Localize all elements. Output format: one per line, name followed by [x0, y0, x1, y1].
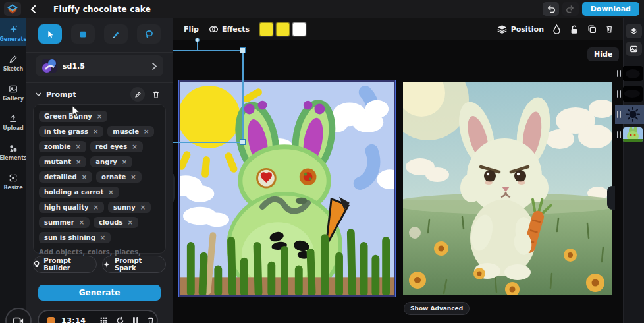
prompt-tag[interactable]: muscle× — [107, 126, 154, 137]
selection-handle-top-right[interactable] — [240, 47, 246, 53]
prompt-tag[interactable]: angry× — [90, 156, 132, 167]
workspace[interactable]: Hide Show Advanced — [173, 40, 623, 323]
prompt-builder-button[interactable]: Prompt Builder — [33, 256, 97, 273]
remove-tag-icon[interactable]: × — [82, 173, 87, 181]
sidebar-item-sketch[interactable]: Sketch — [0, 50, 26, 76]
sidebar-item-generate[interactable]: Generate — [0, 18, 26, 46]
prompt-tag[interactable]: mutant× — [39, 156, 86, 167]
selection-edge-bottom[interactable] — [173, 142, 242, 143]
grid-dots-icon[interactable] — [99, 316, 108, 323]
prompt-tag[interactable]: summer× — [39, 217, 90, 228]
drag-handle-icon[interactable] — [617, 90, 621, 98]
prompt-tag[interactable]: ornate× — [96, 171, 142, 183]
restart-icon[interactable] — [116, 316, 124, 323]
prompt-spark-label: Prompt Spark — [115, 257, 165, 272]
trash-icon[interactable] — [147, 316, 155, 323]
rectangle-tool-button[interactable] — [71, 24, 95, 44]
layer-row-sketch-1[interactable] — [615, 64, 644, 83]
delete-icon[interactable] — [605, 24, 614, 34]
unlock-icon[interactable] — [570, 24, 579, 34]
back-button[interactable] — [30, 5, 36, 13]
stop-recording-icon[interactable] — [47, 317, 55, 323]
remove-tag-icon[interactable]: × — [100, 234, 105, 241]
selection-edge-right[interactable] — [242, 50, 244, 142]
undo-button[interactable] — [543, 2, 559, 16]
prompt-spark-button[interactable]: Prompt Spark — [102, 256, 166, 273]
edit-prompt-button[interactable] — [130, 87, 145, 102]
prompt-tag[interactable]: detailled× — [39, 171, 92, 183]
remove-tag-icon[interactable]: × — [93, 128, 98, 135]
prompt-tag[interactable]: clouds× — [94, 217, 138, 228]
collapse-panel-right-tab[interactable] — [607, 186, 615, 210]
remove-tag-icon[interactable]: × — [76, 158, 81, 165]
clear-prompt-button[interactable] — [149, 87, 163, 102]
prompt-tag[interactable]: high quality× — [39, 202, 104, 213]
effects-button[interactable]: Effects — [222, 25, 250, 34]
remove-tag-icon[interactable]: × — [130, 173, 136, 181]
layer-row-sun[interactable] — [615, 105, 644, 124]
remove-tag-icon[interactable]: × — [79, 219, 84, 226]
remove-tag-icon[interactable]: × — [132, 143, 137, 150]
trash-icon — [152, 90, 160, 99]
pause-icon[interactable] — [132, 316, 139, 323]
select-tool-button[interactable] — [38, 24, 62, 44]
selection-rotate-handle[interactable] — [195, 38, 200, 42]
remove-tag-icon[interactable]: × — [127, 219, 132, 226]
brush-tool-button[interactable] — [104, 24, 128, 44]
drag-handle-icon[interactable] — [617, 70, 621, 77]
sidebar-item-resize[interactable]: Resize — [0, 169, 26, 194]
prompt-tag[interactable]: zombie× — [39, 141, 86, 152]
position-button[interactable]: Position — [511, 25, 544, 34]
color-swatch-2[interactable] — [276, 22, 290, 36]
canvas-view-button[interactable] — [626, 24, 642, 38]
remove-tag-icon[interactable]: × — [75, 143, 80, 150]
remove-tag-icon[interactable]: × — [140, 204, 146, 211]
prompt-tag[interactable]: sunny× — [108, 202, 151, 213]
prompt-tag[interactable]: sun is shining× — [39, 232, 111, 243]
layer-row-bunny[interactable] — [615, 125, 644, 144]
sketch-canvas[interactable] — [179, 80, 395, 297]
prompt-tag[interactable]: red eyes× — [90, 141, 143, 152]
rectangle-tool-icon — [78, 30, 88, 39]
remove-tag-icon[interactable]: × — [108, 189, 113, 196]
download-button[interactable]: Download — [582, 2, 639, 16]
hide-button[interactable]: Hide — [587, 47, 619, 61]
app-logo[interactable] — [4, 2, 21, 16]
remove-tag-icon[interactable]: × — [122, 158, 127, 165]
brush-tool-icon — [111, 29, 121, 39]
color-swatch-3[interactable] — [292, 22, 306, 36]
tools-row — [26, 24, 173, 44]
flip-button[interactable]: Flip — [184, 25, 199, 34]
prompt-input-area[interactable]: Green Bunny×in the grass×muscle×zombie×r… — [33, 104, 166, 254]
prompt-tag[interactable]: holding a carrot× — [39, 187, 119, 198]
color-swatch-1[interactable] — [259, 22, 273, 36]
generated-image[interactable] — [403, 82, 612, 295]
duplicate-icon[interactable] — [587, 24, 597, 34]
generate-button[interactable]: Generate — [38, 285, 161, 301]
remove-tag-icon[interactable]: × — [144, 128, 149, 135]
sidebar-item-upload[interactable]: Upload — [0, 109, 26, 135]
prompt-tag[interactable]: Green Bunny× — [39, 111, 107, 122]
selection-handle-bottom-right[interactable] — [240, 139, 246, 145]
droplet-icon[interactable] — [552, 24, 561, 34]
sidebar-item-elements[interactable]: Elements — [0, 139, 26, 165]
chevron-down-icon[interactable] — [36, 92, 41, 96]
image-view-button[interactable] — [626, 42, 642, 56]
model-selector[interactable]: sd1.5 — [36, 55, 163, 76]
remove-tag-icon[interactable]: × — [97, 113, 102, 120]
lasso-tool-button[interactable] — [137, 24, 161, 44]
topbar: Fluffy chocolate cake Download — [0, 0, 644, 18]
prompt-tag[interactable]: in the grass× — [39, 126, 103, 137]
selection-edge-top[interactable] — [173, 50, 242, 51]
drag-handle-icon[interactable] — [617, 131, 621, 138]
prompt-tag-label: summer — [44, 219, 74, 226]
show-advanced-button[interactable]: Show Advanced — [404, 302, 470, 315]
sidebar-item-gallery[interactable]: Gallery — [0, 80, 26, 105]
pencil-icon — [134, 91, 142, 98]
remove-tag-icon[interactable]: × — [94, 204, 99, 211]
drag-handle-icon[interactable] — [617, 111, 621, 118]
redo-button[interactable] — [562, 2, 579, 16]
sidebar-label: Gallery — [3, 96, 24, 102]
image-icon — [630, 45, 638, 53]
layer-row-sketch-2[interactable] — [615, 84, 644, 103]
